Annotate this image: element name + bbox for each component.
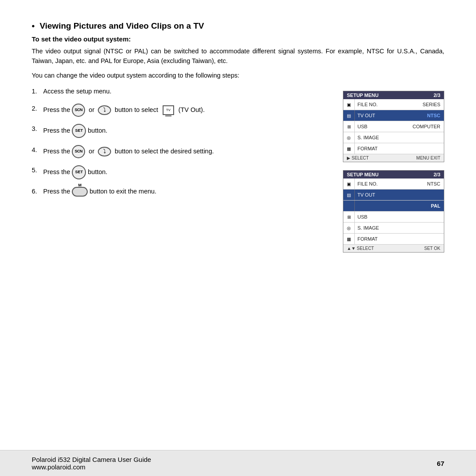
menu-1-icon-tvout: ▤ [343, 110, 355, 121]
menu-1-label-format: FORMAT [355, 145, 413, 152]
menu-1-page: 2/3 [434, 93, 440, 98]
menu-1-icon-usb: ⊞ [343, 121, 355, 132]
step-2-or: or [89, 106, 94, 113]
step-6-body: Press the button to exit the menu. [43, 186, 330, 197]
menu-1-label-file: FILE NO. [355, 100, 413, 108]
step-3-num: 3. [32, 124, 43, 134]
menu-2-val-tvout [413, 193, 444, 196]
steps-column: 1. Access the setup menu. 2. Press the S… [32, 86, 330, 253]
menu-1-val-usb: COMPUTER [409, 123, 444, 130]
menu-2-row-tvout: ▤ TV OUT [343, 190, 444, 201]
arrow-button-icon: ⤵ [98, 105, 111, 115]
step-1-num: 1. [32, 86, 43, 96]
step-5-body: Press the SET button. [43, 165, 330, 179]
setup-menu-1: SETUP MENU 2/3 ▣ FILE NO. SERIES ▤ TV OU… [343, 91, 444, 162]
menu-2-title: SETUP MENU [347, 172, 379, 177]
menu-2-header: SETUP MENU 2/3 [343, 171, 444, 178]
step-3-body: Press the SET button. [43, 124, 330, 138]
section-subtitle: To set the video output system: [32, 35, 444, 43]
menu-2-page: 2/3 [434, 172, 440, 177]
m-button-icon [72, 187, 88, 197]
menu-2-footer-exit: SET OK [424, 246, 441, 251]
step-5-num: 5. [32, 165, 43, 175]
menu-1-label-tvout: TV OUT [355, 112, 413, 119]
menu-2-icon-file: ▣ [343, 178, 355, 189]
step-4-num: 4. [32, 145, 43, 155]
menu-2-icon-tvout: ▤ [343, 190, 355, 200]
page: • Viewing Pictures and Video Clips on a … [0, 0, 476, 476]
menu-1-footer-select: ▶ SELECT [347, 156, 369, 160]
menu-2-val-format [413, 238, 444, 240]
footer-url: www.polaroid.com [32, 463, 151, 471]
menu-2-footer: ▲▼ SELECT SET OK [343, 245, 444, 252]
menu-2-val-simage [413, 227, 444, 229]
menu-1-title: SETUP MENU [347, 93, 379, 98]
menu-2-label-usb: USB [355, 213, 413, 221]
menu-2-row-usb: ⊞ USB [343, 212, 444, 223]
menu-1-icon-file: ▣ [343, 99, 355, 110]
set-button-icon-1: SET [72, 124, 86, 138]
setup-menu-2: SETUP MENU 2/3 ▣ FILE NO. NTSC ▤ TV OUT [343, 170, 444, 253]
menu-1-icon-simage: ◎ [343, 132, 355, 143]
menu-1-row-tvout: ▤ TV OUT NTSC [343, 110, 444, 121]
bullet-icon: • [32, 21, 35, 31]
menu-1-row-format: ▦ FORMAT [343, 143, 444, 154]
menu-2-footer-select: ▲▼ SELECT [347, 246, 374, 251]
set-button-icon-2: SET [72, 165, 86, 179]
menu-2-val-usb [413, 216, 444, 218]
step-2-body: Press the SCN or ⤵ button to select TV (… [43, 104, 330, 117]
menu-2-label-format: FORMAT [355, 235, 413, 243]
step-6: 6. Press the button to exit the menu. [32, 186, 330, 197]
menu-1-val-simage [413, 136, 444, 139]
menu-2-val-file: NTSC [413, 180, 444, 188]
menu-2-label-file: FILE NO. [355, 180, 413, 188]
menu-1-row-file: ▣ FILE NO. SERIES [343, 99, 444, 110]
step-1: 1. Access the setup menu. [32, 86, 330, 96]
menu-1-row-simage: ◎ S. IMAGE [343, 132, 444, 143]
menu-2-row-simage: ◎ S. IMAGE [343, 223, 444, 234]
menu-2-icon-usb: ⊞ [343, 212, 355, 222]
menu-1-val-format [413, 147, 444, 150]
step-1-body: Access the setup menu. [43, 86, 330, 96]
menu-column: SETUP MENU 2/3 ▣ FILE NO. SERIES ▤ TV OU… [343, 86, 444, 253]
arrow-button-icon-2: ⤵ [98, 147, 111, 156]
footer-left: Polaroid i532 Digital Camera User Guide … [32, 456, 151, 471]
menu-2-label-tvout: TV OUT [355, 191, 413, 199]
step-6-num: 6. [32, 186, 43, 196]
step-5: 5. Press the SET button. [32, 165, 330, 179]
step-4-body: Press the SCN or ⤵ button to select the … [43, 145, 330, 158]
step-4: 4. Press the SCN or ⤵ button to select t… [32, 145, 330, 158]
step-4-or: or [89, 148, 94, 155]
step-2: 2. Press the SCN or ⤵ button to select T… [32, 104, 330, 117]
menu-2-label-pal [355, 205, 413, 207]
footer-brand: Polaroid i532 Digital Camera User Guide [32, 456, 151, 463]
scn-button-icon: SCN [72, 104, 85, 117]
menu-1-val-tvout: NTSC [413, 112, 444, 119]
menu-2-val-pal: PAL [413, 202, 444, 210]
body-text-1: The video output signal (NTSC or PAL) ca… [32, 46, 444, 66]
page-footer: Polaroid i532 Digital Camera User Guide … [0, 450, 476, 476]
body-text-2: You can change the video output system a… [32, 71, 444, 80]
content-area: 1. Access the setup menu. 2. Press the S… [32, 86, 444, 253]
menu-2-row-pal: . PAL [343, 201, 444, 212]
menu-1-row-usb: ⊞ USB COMPUTER [343, 121, 444, 132]
menu-1-icon-format: ▦ [343, 143, 355, 154]
step-3: 3. Press the SET button. [32, 124, 330, 138]
menu-1-footer-exit: MENU EXIT [416, 156, 440, 160]
menu-2-icon-pal: . [343, 201, 355, 211]
menu-1-footer: ▶ SELECT MENU EXIT [343, 154, 444, 162]
menu-1-val-file: SERIES [413, 100, 444, 108]
menu-2-label-simage: S. IMAGE [355, 224, 413, 232]
step-2-num: 2. [32, 104, 43, 113]
menu-2-icon-simage: ◎ [343, 223, 355, 233]
menu-1-label-usb: USB [355, 123, 409, 130]
menu-1-label-simage: S. IMAGE [355, 134, 413, 141]
scn-button-icon-2: SCN [72, 145, 85, 158]
menu-2-row-file: ▣ FILE NO. NTSC [343, 178, 444, 190]
menu-2-icon-format: ▦ [343, 234, 355, 244]
page-title: • Viewing Pictures and Video Clips on a … [32, 21, 444, 31]
menu-2-row-format: ▦ FORMAT [343, 234, 444, 245]
footer-page-number: 67 [437, 460, 444, 467]
tv-out-icon: TV [163, 105, 174, 115]
menu-1-header: SETUP MENU 2/3 [343, 91, 444, 99]
